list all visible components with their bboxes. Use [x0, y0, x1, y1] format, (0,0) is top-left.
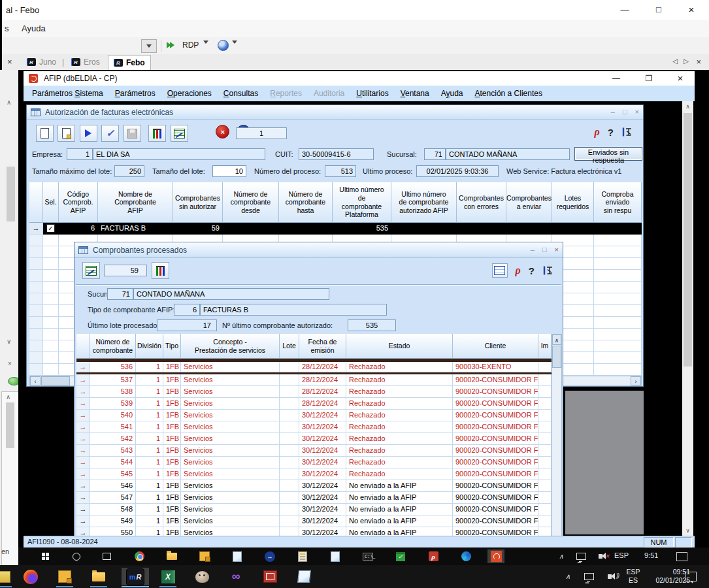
sucursal-name-field[interactable]: CONTADO MAÑANA [446, 148, 570, 160]
auth-titlebar[interactable]: Autorización de facturas electrónicas –□… [27, 105, 643, 120]
menu-ventana[interactable]: Ventana [395, 89, 435, 98]
auth-minimize-button[interactable]: – [611, 108, 615, 116]
afip-close-button[interactable]: × [675, 73, 685, 84]
scroll-down-icon[interactable]: ∨ [682, 525, 693, 536]
auth-close-button[interactable]: × [635, 108, 639, 116]
proc-grid-row-546[interactable]: →54611FBServicios30/12/2024No enviado a … [76, 480, 552, 492]
proc-grid-row-541[interactable]: →54111FBServicios30/12/2024Rechazado9000… [76, 421, 552, 433]
start-button[interactable] [37, 549, 54, 563]
proc-grid-row-539[interactable]: →53911FBServicios28/12/2024Rechazado9000… [76, 398, 552, 410]
menu-operaciones[interactable]: Operaciones [161, 89, 218, 98]
batch-status-button[interactable] [152, 262, 169, 279]
taskbar-notes[interactable] [327, 549, 344, 563]
tab-juno[interactable]: R Juno [22, 55, 61, 69]
taskbar-notepad[interactable] [229, 549, 246, 563]
host-menu-partial[interactable]: s [5, 24, 9, 33]
workspace-vscrollbar[interactable]: ∧ ∨ [682, 101, 693, 536]
count-field[interactable]: 59 [104, 265, 147, 276]
scroll-up-icon[interactable]: ∧ [552, 335, 561, 345]
rdp-protocol-label[interactable]: RDP [182, 41, 199, 50]
exit-icon[interactable] [542, 265, 553, 276]
taskbar-edge[interactable] [457, 549, 474, 563]
task-view-button[interactable] [98, 549, 115, 563]
help-icon[interactable]: ? [608, 127, 614, 138]
action-center-button[interactable] [680, 568, 702, 585]
taskbar-calendar-app[interactable] [392, 549, 409, 563]
tray-volume-muted[interactable] [592, 549, 609, 563]
taskbar-excel[interactable]: X [157, 568, 179, 585]
sucursal-code-field[interactable]: 71 [107, 288, 133, 300]
afip-restore-button[interactable]: ❐ [644, 73, 654, 84]
scrollbar-thumb[interactable] [6, 402, 14, 448]
tab-scroll-right-icon[interactable]: ▷ [684, 57, 689, 65]
taskbar-afip-app-active[interactable] [487, 549, 504, 563]
globe-icon[interactable] [218, 40, 229, 51]
taskbar-file-explorer[interactable] [163, 549, 180, 563]
tab-scroll-left-icon[interactable]: ◁ [672, 57, 678, 65]
proc-restore-button[interactable]: □ [542, 246, 547, 253]
scrollbar-thumb[interactable] [7, 167, 15, 221]
tray-volume[interactable] [599, 568, 621, 585]
proc-grid-row-543[interactable]: →54311FBServicios30/12/2024Rechazado9000… [76, 445, 552, 457]
ultimo-lote-field[interactable]: 17 [157, 319, 217, 331]
taskbar-gimp[interactable] [191, 568, 213, 585]
menu-utilitarios[interactable]: Utilitarios [350, 89, 394, 98]
scrollbar-thumb[interactable] [552, 346, 561, 368]
proc-grid-row-544[interactable]: →54411FBServicios30/12/2024Rechazado9000… [76, 457, 552, 468]
print-preview-icon[interactable]: ρ [516, 265, 521, 276]
proc-grid-row-540[interactable]: →54011FBServicios30/12/2024Rechazado9000… [76, 410, 552, 421]
tipo-name-field[interactable]: FACTURAS B [200, 304, 387, 316]
edit-properties-button[interactable] [58, 125, 75, 142]
taskbar-db-tool[interactable] [54, 568, 76, 585]
tray-expand-button[interactable]: ∧ [553, 549, 570, 563]
menu-consultas[interactable]: Consultas [218, 89, 264, 98]
tray-clock[interactable]: 9:51 [644, 551, 658, 559]
taskbar-file-explorer[interactable] [88, 568, 110, 585]
taskbar-db-tool[interactable] [196, 549, 213, 563]
scroll-up-icon[interactable]: ∧ [6, 393, 10, 400]
scroll-up-icon[interactable]: ∧ [682, 101, 693, 112]
batch-status-button[interactable] [148, 125, 166, 142]
row-checkbox-checked[interactable]: ✓ [46, 224, 55, 233]
proc-grid-row-550[interactable]: →55011FBServicios30/12/2024No enviado a … [76, 527, 552, 536]
proc-grid-row-545[interactable]: →54511FBServicios30/12/2024Rechazado9000… [76, 468, 552, 480]
proc-grid-row-542[interactable]: →54211FBServicios30/12/2024Rechazado9000… [76, 433, 552, 445]
empresa-name-field[interactable]: EL DIA SA [93, 148, 265, 160]
host-maximize-button[interactable]: □ [653, 4, 665, 16]
proc-grid-row-538[interactable]: →53811FBServicios28/12/2024Rechazado9000… [76, 386, 552, 398]
proc-grid-row-548[interactable]: →54811FBServicios30/12/2024No enviado a … [76, 504, 552, 515]
new-record-button[interactable] [36, 125, 54, 142]
print-preview-icon[interactable]: ρ [595, 126, 600, 138]
tab-febo[interactable]: R Febo [108, 55, 151, 70]
menu-auditoria[interactable]: Auditoria [308, 89, 350, 98]
proc-minimize-button[interactable]: – [531, 246, 535, 253]
cancel-button[interactable]: × [216, 125, 229, 139]
quick-connect-icon[interactable] [167, 42, 174, 48]
run-process-button[interactable] [80, 125, 97, 142]
taskbar-notepadpp[interactable] [293, 568, 315, 585]
exit-icon[interactable] [621, 127, 633, 137]
panel-close-icon[interactable]: × [8, 360, 12, 367]
taskbar-image-viewer[interactable] [259, 568, 281, 585]
ultimo-proceso-field[interactable]: 02/01/2025 9:03:36 [416, 165, 499, 177]
search-button[interactable] [68, 549, 85, 563]
taskbar-contacts[interactable] [294, 549, 311, 563]
auth-restore-button[interactable]: □ [623, 108, 627, 116]
tray-expand-button[interactable]: ∧ [557, 568, 579, 585]
menu-par-metros[interactable]: Parámetros [109, 89, 161, 98]
sucursal-code-field[interactable]: 71 [424, 148, 446, 160]
host-close-button[interactable]: × [685, 4, 697, 16]
scroll-left-icon[interactable]: ‹ [30, 376, 41, 385]
save-button-disabled[interactable] [124, 125, 141, 142]
taskbar-firefox[interactable] [20, 568, 42, 585]
scrollbar-thumb[interactable] [684, 113, 692, 367]
menu-ayuda[interactable]: Ayuda [435, 89, 469, 98]
tray-language[interactable]: ESP ES [622, 568, 644, 585]
connection-dropdown-button[interactable] [141, 39, 157, 53]
afip-titlebar[interactable]: AFIP (dbELDIA - CP) — ❐ × [24, 71, 695, 86]
process-counter-field[interactable]: 1 [236, 127, 287, 139]
tray-display[interactable] [572, 549, 589, 563]
proc-close-button[interactable]: × [555, 246, 559, 253]
taskbar-pervasive[interactable]: ρ [425, 549, 442, 563]
taskbar-terminal[interactable]: C:\_ [359, 549, 376, 563]
